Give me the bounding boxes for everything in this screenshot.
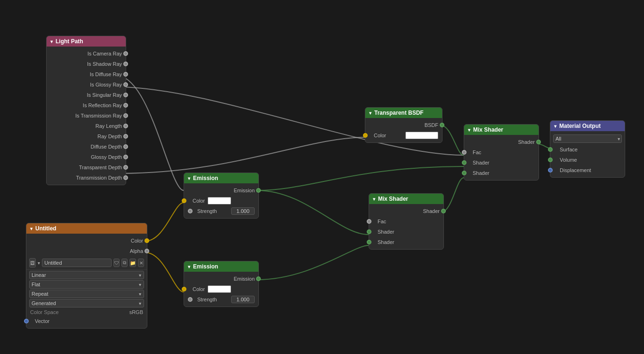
emission-bottom-title: Emission — [193, 263, 218, 270]
chevron-down-icon: ▾ — [30, 226, 32, 231]
strength-row-bottom: Strength — [184, 294, 258, 305]
socket-emission-bottom-out[interactable] — [256, 276, 261, 281]
input-color-bottom: Color — [184, 284, 258, 294]
color-swatch-emission-top[interactable] — [208, 197, 231, 205]
socket-shader2-bottom[interactable] — [367, 240, 371, 244]
duplicate-button[interactable]: ⧉ — [121, 259, 128, 267]
chevron-down-icon: ▾ — [38, 260, 40, 266]
socket-vector-untitled[interactable] — [24, 319, 29, 323]
socket-shader1-bottom[interactable] — [367, 229, 371, 234]
socket-color-out-untitled[interactable] — [145, 238, 149, 243]
transparent-bsdf-node: ▾ Transparent BSDF BSDF Color — [365, 107, 443, 143]
output-emission-top: Emission — [184, 185, 258, 196]
shield-button[interactable]: 🛡 — [113, 259, 120, 267]
texture-name-input[interactable] — [42, 259, 112, 267]
material-output-dropdown-row: All Object World Light — [550, 133, 625, 144]
color-swatch[interactable] — [405, 132, 438, 139]
output-is-singular-ray: Is Singular Ray — [47, 90, 126, 100]
input-surface: Surface — [550, 144, 625, 155]
socket-displacement[interactable] — [548, 168, 553, 173]
socket-fac-top[interactable] — [462, 150, 467, 155]
strength-row-top: Strength — [184, 206, 258, 216]
light-path-title: Light Path — [56, 38, 83, 45]
output-diffuse-depth: Diffuse Depth — [47, 142, 126, 152]
output-bsdf: BSDF — [365, 120, 442, 130]
flat-dropdown[interactable]: Flat Box Sphere Tube — [29, 280, 144, 289]
socket-transparent-depth[interactable] — [123, 165, 128, 170]
socket-transmission-depth[interactable] — [123, 175, 128, 180]
socket-volume[interactable] — [548, 157, 553, 162]
linear-dropdown[interactable]: Linear Closest Cubic Smart — [29, 271, 144, 279]
output-transmission-depth: Transmission Depth — [47, 173, 126, 183]
output-shader-bottom: Shader — [369, 206, 443, 216]
dropdown-wrapper: All Object World Light — [553, 134, 622, 143]
socket-color-emission-top[interactable] — [182, 198, 186, 203]
socket-color-in[interactable] — [363, 133, 368, 138]
socket-shader2-top[interactable] — [462, 171, 467, 175]
input-volume: Volume — [550, 155, 625, 165]
light-path-node: ▾ Light Path Is Camera Ray Is Shadow Ray… — [46, 36, 126, 185]
socket-ray-depth[interactable] — [123, 134, 128, 139]
socket-is-singular-ray[interactable] — [123, 93, 128, 97]
socket-emission-top-out[interactable] — [256, 188, 261, 193]
socket-glossy-depth[interactable] — [123, 155, 128, 159]
color-swatch-emission-bottom[interactable] — [208, 285, 231, 293]
socket-strength-top[interactable] — [188, 209, 193, 213]
image-icon: 🖼 — [29, 258, 36, 267]
socket-diffuse-depth[interactable] — [123, 144, 128, 149]
chevron-down-icon: ▾ — [369, 110, 371, 116]
emission-top-header: ▾ Emission — [184, 173, 258, 183]
socket-shader1-top[interactable] — [462, 160, 467, 165]
socket-is-diffuse-ray[interactable] — [123, 72, 128, 77]
mix-shader-top-header: ▾ Mix Shader — [464, 125, 539, 135]
socket-bsdf-out[interactable] — [440, 123, 444, 127]
output-is-transmission-ray: Is Transmission Ray — [47, 110, 126, 121]
flat-dropdown-wrapper: Flat Box Sphere Tube — [29, 280, 144, 289]
strength-input-top[interactable] — [231, 207, 255, 215]
mix-shader-bottom-body: Shader Fac Shader Shader — [369, 204, 443, 249]
socket-strength-bottom[interactable] — [188, 297, 193, 302]
material-output-dropdown[interactable]: All Object World Light — [553, 134, 622, 143]
socket-is-transmission-ray[interactable] — [123, 113, 128, 118]
socket-ray-length[interactable] — [123, 124, 128, 128]
output-alpha-untitled: Alpha — [26, 246, 147, 256]
repeat-dropdown[interactable]: Repeat Extend Clip Mirror — [29, 290, 144, 298]
socket-shader-out-bottom[interactable] — [441, 209, 446, 213]
texture-toolbar: 🖼 ▾ 🛡 ⧉ 📁 ✕ — [26, 256, 147, 270]
socket-fac-bottom[interactable] — [367, 219, 371, 224]
socket-shader-out-top[interactable] — [536, 140, 541, 144]
light-path-body: Is Camera Ray Is Shadow Ray Is Diffuse R… — [47, 47, 126, 185]
output-ray-depth: Ray Depth — [47, 131, 126, 142]
socket-is-shadow-ray[interactable] — [123, 62, 128, 66]
output-shader-top: Shader — [464, 137, 539, 147]
emission-bottom-header: ▾ Emission — [184, 261, 258, 272]
chevron-down-icon: ▾ — [373, 197, 375, 202]
untitled-texture-node: ▾ Untitled Color Alpha 🖼 ▾ 🛡 ⧉ 📁 ✕ Linea… — [26, 223, 147, 329]
output-is-shadow-ray: Is Shadow Ray — [47, 59, 126, 69]
output-emission-bottom: Emission — [184, 274, 258, 284]
untitled-header: ▾ Untitled — [26, 223, 147, 234]
folder-button[interactable]: 📁 — [129, 259, 136, 267]
input-displacement: Displacement — [550, 165, 625, 175]
socket-alpha-out-untitled[interactable] — [145, 249, 149, 253]
transparent-bsdf-header: ▾ Transparent BSDF — [365, 108, 442, 118]
close-button[interactable]: ✕ — [138, 259, 144, 267]
output-is-reflection-ray: Is Reflection Ray — [47, 100, 126, 110]
input-shader2-top: Shader — [464, 168, 539, 178]
mix-shader-bottom-node: ▾ Mix Shader Shader Fac Shader Shader — [369, 193, 444, 250]
input-shader1-top: Shader — [464, 157, 539, 168]
strength-input-bottom[interactable] — [231, 296, 255, 303]
untitled-title: Untitled — [35, 225, 56, 232]
socket-is-camera-ray[interactable] — [123, 51, 128, 56]
socket-is-glossy-ray[interactable] — [123, 82, 128, 87]
input-color-top: Color — [184, 196, 258, 206]
color-space-row: Color Space sRGB — [26, 308, 147, 316]
material-output-title: Material Output — [559, 123, 601, 129]
socket-surface[interactable] — [548, 147, 553, 152]
socket-color-emission-bottom[interactable] — [182, 287, 186, 291]
generated-dropdown[interactable]: Generated UV Object Camera — [29, 299, 144, 307]
material-output-node: ▾ Material Output All Object World Light… — [550, 120, 625, 178]
untitled-body: Color Alpha 🖼 ▾ 🛡 ⧉ 📁 ✕ Linear Closest C… — [26, 234, 147, 328]
socket-is-reflection-ray[interactable] — [123, 103, 128, 108]
input-fac-top: Fac — [464, 147, 539, 157]
